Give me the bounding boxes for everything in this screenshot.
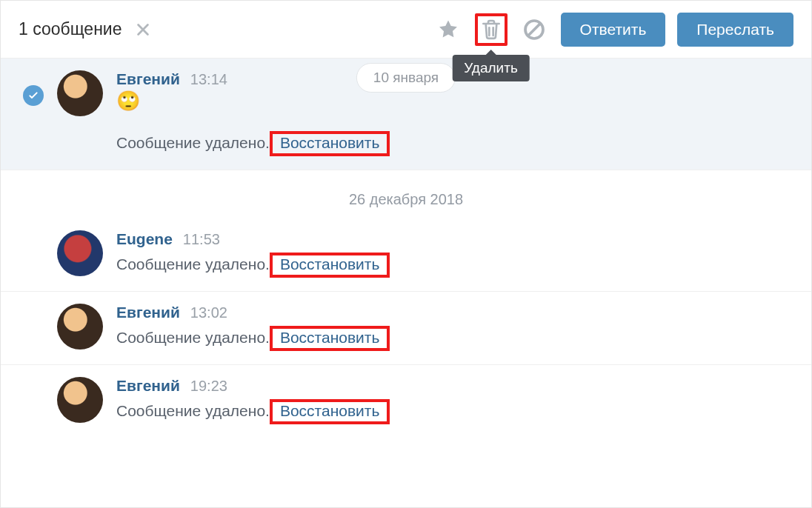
deleted-line: Сообщение удалено. Восстановить: [116, 399, 796, 424]
restore-link[interactable]: Восстановить: [276, 327, 384, 347]
emoji-content: 🙄: [116, 91, 796, 110]
deleted-text: Сообщение удалено.: [116, 255, 270, 273]
deleted-line: Сообщение удалено. Восстановить: [116, 253, 796, 278]
message-row[interactable]: Eugene 11:53 Сообщение удалено. Восстано…: [1, 218, 811, 292]
reply-button[interactable]: Ответить: [561, 13, 666, 47]
delete-tooltip: Удалить: [452, 55, 530, 81]
message-body: Евгений 13:14 🙄 Сообщение удалено. Восст…: [116, 70, 796, 156]
message-time: 13:02: [190, 304, 227, 321]
avatar[interactable]: [57, 304, 103, 350]
message-row[interactable]: Евгений 13:02 Сообщение удалено. Восстан…: [1, 292, 811, 365]
date-chip: 10 января: [356, 63, 456, 93]
message-body: Eugene 11:53 Сообщение удалено. Восстано…: [116, 230, 796, 278]
delete-button[interactable]: [475, 13, 508, 46]
trash-icon: [479, 18, 503, 41]
avatar[interactable]: [57, 377, 103, 423]
action-toolbar: 1 сообщение Удалить Ответить Переслать: [1, 1, 811, 59]
selection-checkmark[interactable]: [23, 85, 44, 106]
deleted-text: Сообщение удалено.: [116, 329, 270, 347]
message-time: 19:23: [190, 378, 227, 395]
clear-selection-button[interactable]: [133, 19, 153, 40]
sender-name[interactable]: Евгений: [116, 70, 180, 88]
star-icon: [436, 18, 460, 41]
message-time: 13:14: [190, 71, 227, 88]
avatar[interactable]: [57, 230, 103, 276]
restore-link[interactable]: Восстановить: [276, 401, 384, 421]
message-list: 10 января Евгений 13:14 🙄 Сообщение удал…: [1, 59, 811, 507]
deleted-text: Сообщение удалено.: [116, 402, 270, 420]
sender-name[interactable]: Евгений: [116, 377, 180, 395]
sender-name[interactable]: Eugene: [116, 230, 173, 248]
block-button[interactable]: [518, 13, 550, 46]
forward-button[interactable]: Переслать: [677, 13, 793, 47]
date-separator: 26 декабря 2018: [1, 170, 811, 218]
block-icon: [522, 18, 546, 41]
check-icon: [27, 90, 39, 101]
star-button[interactable]: [432, 13, 465, 46]
close-icon: [135, 21, 151, 38]
delete-button-wrap: Удалить: [475, 13, 508, 46]
message-body: Евгений 13:02 Сообщение удалено. Восстан…: [116, 304, 796, 351]
message-row[interactable]: Евгений 19:23 Сообщение удалено. Восстан…: [1, 365, 811, 438]
deleted-line: Сообщение удалено. Восстановить: [116, 326, 796, 351]
message-time: 11:53: [183, 231, 220, 248]
selection-count: 1 сообщение: [19, 19, 122, 39]
restore-link[interactable]: Восстановить: [276, 133, 384, 153]
restore-link[interactable]: Восстановить: [276, 254, 384, 274]
deleted-text: Сообщение удалено.: [116, 134, 270, 152]
sender-name[interactable]: Евгений: [116, 304, 180, 321]
message-body: Евгений 19:23 Сообщение удалено. Восстан…: [116, 377, 796, 424]
avatar[interactable]: [57, 70, 103, 116]
deleted-line: Сообщение удалено. Восстановить: [116, 131, 796, 156]
